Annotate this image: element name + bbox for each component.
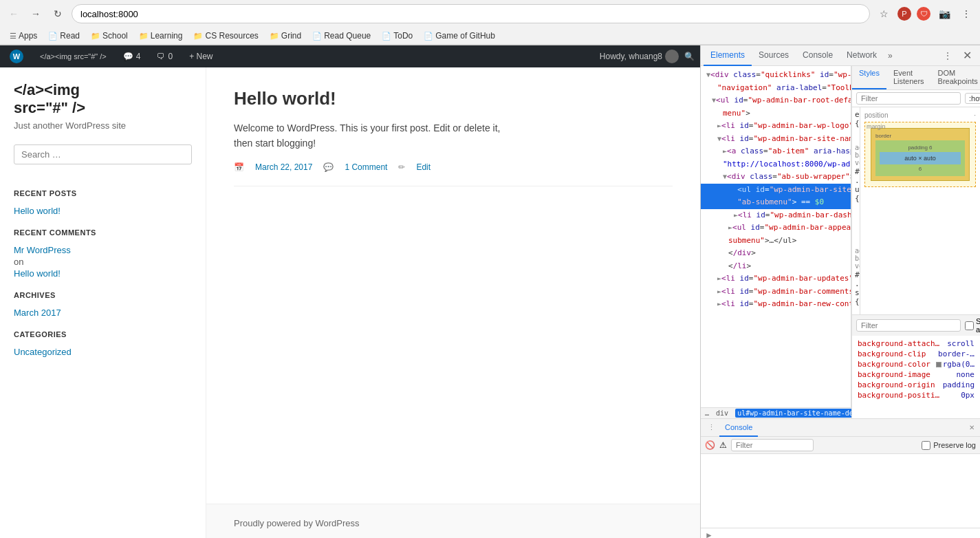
bookmark-apps[interactable]: ☰ Apps bbox=[6, 30, 41, 42]
comment-author-link[interactable]: Mr WordPress bbox=[14, 244, 192, 257]
styles-subtab-dom-breakpoints[interactable]: DOM Breakpoints bbox=[931, 66, 980, 89]
bookmark-game-of-github[interactable]: 📄 Game of GitHub bbox=[420, 30, 499, 42]
html-line[interactable]: ▼<li id="wp-admin-bar-site-name" class="… bbox=[701, 133, 851, 146]
category-uncategorized[interactable]: Uncategorized bbox=[14, 345, 192, 358]
devtools-console-tab[interactable]: Console bbox=[719, 419, 758, 437]
html-line-selected[interactable]: <ul id="wp-admin-bar-site-name-default" … bbox=[701, 184, 851, 197]
screenshot-button[interactable]: 📷 bbox=[936, 6, 952, 22]
html-line[interactable]: menu"> bbox=[701, 107, 851, 120]
bookmark-read-queue[interactable]: 📄 Read Queue bbox=[308, 30, 375, 42]
html-line[interactable]: submenu">…</ul> bbox=[701, 235, 851, 248]
howdy-item[interactable]: Howdy, whuang8 bbox=[600, 50, 679, 63]
html-line[interactable]: ▼<ul id="wp-admin-bar-root-default" clas… bbox=[701, 94, 851, 107]
devtools-bottom-dock-button[interactable]: ⋮ bbox=[704, 423, 719, 432]
bookmark-learning[interactable]: 📁 Learning bbox=[135, 30, 187, 42]
html-line[interactable]: ►<a class="ab-item" aria-haspopup="true"… bbox=[701, 145, 851, 158]
bookmark-star-button[interactable]: ☆ bbox=[875, 6, 892, 22]
wp-logo-item[interactable]: W bbox=[6, 45, 28, 67]
reload-button[interactable]: ↻ bbox=[50, 6, 66, 22]
position-label: position bbox=[864, 111, 888, 119]
user-avatar bbox=[665, 50, 679, 63]
admin-search-icon[interactable]: 🔍 bbox=[684, 52, 695, 61]
recent-post-hello-world[interactable]: Hello world! bbox=[14, 204, 192, 217]
devtools-tab-elements[interactable]: Elements bbox=[704, 45, 752, 66]
learning-folder-icon: 📁 bbox=[139, 32, 149, 41]
profile-button[interactable]: P bbox=[897, 7, 911, 21]
address-bar[interactable] bbox=[72, 4, 870, 23]
html-line[interactable]: "http://localhost:8000/wp-admin/">…</a> bbox=[701, 158, 851, 171]
post-content: Welcome to WordPress. This is your first… bbox=[234, 120, 673, 151]
back-button[interactable]: ← bbox=[6, 6, 22, 22]
hov-button[interactable]: :hov bbox=[965, 93, 980, 104]
console-input[interactable] bbox=[717, 530, 976, 538]
console-chevron-icon: ► bbox=[705, 530, 713, 538]
border-label: border bbox=[875, 133, 965, 139]
bookmark-grind[interactable]: 📁 Grind bbox=[265, 30, 305, 42]
html-line[interactable]: </li> bbox=[701, 260, 851, 273]
wp-admin-bar: W </a><img src="#" /> 💬 4 🗨 0 + New Howd… bbox=[0, 45, 700, 67]
game-of-github-icon: 📄 bbox=[424, 32, 433, 41]
devtools-close-bottom-button[interactable]: ✕ bbox=[966, 424, 977, 431]
breadcrumb-div[interactable]: div bbox=[716, 409, 728, 417]
bookmark-school-label: School bbox=[102, 31, 128, 41]
wp-new-item[interactable]: + New bbox=[185, 45, 217, 67]
bookmark-school[interactable]: 📁 School bbox=[87, 30, 132, 42]
devtools-more-tabs[interactable]: » bbox=[884, 51, 897, 61]
bookmark-todo[interactable]: 📄 ToDo bbox=[378, 30, 417, 42]
box-model-header: position · bbox=[864, 111, 976, 119]
bookmark-cs-resources[interactable]: 📁 CS Resources bbox=[189, 30, 262, 42]
wp-logo: W bbox=[10, 50, 23, 63]
console-filter-input[interactable] bbox=[731, 439, 814, 451]
howdy-text: Howdy, whuang8 bbox=[600, 52, 662, 61]
wp-comments-item[interactable]: 💬 4 bbox=[119, 45, 145, 67]
html-line[interactable]: ►<li id="wp-admin-bar-dashboard">…</li> bbox=[701, 209, 851, 222]
html-line[interactable]: "navigation" aria-label="Toolbar" tabind… bbox=[701, 82, 851, 95]
more-button[interactable]: ⋮ bbox=[958, 6, 974, 22]
box-model-border: border padding 6 auto × auto 6 bbox=[871, 128, 970, 181]
html-line[interactable]: ►<li id="wp-admin-bar-new-content" class… bbox=[701, 298, 851, 311]
html-line[interactable]: ►<li id="wp-admin-bar-wp-logo" class="me… bbox=[701, 120, 851, 133]
post-item: Hello world! Welcome to WordPress. This … bbox=[234, 88, 673, 186]
bookmark-read-queue-label: Read Queue bbox=[324, 31, 371, 41]
post-comments-link[interactable]: 1 Comment bbox=[345, 162, 387, 172]
devtools-tab-network[interactable]: Network bbox=[840, 45, 884, 66]
html-line[interactable]: ►<li id="wp-admin-bar-comments">…</li> bbox=[701, 286, 851, 299]
breadcrumb-selected[interactable]: ul#wp-admin-bar-site-name-default.ab-sub… bbox=[735, 409, 851, 418]
computed-prop-item: background-image none bbox=[855, 369, 977, 380]
wp-comment-count-item[interactable]: 🗨 0 bbox=[153, 45, 177, 67]
html-line-selected-2[interactable]: "ab-submenu"> == $0 bbox=[701, 196, 851, 209]
post-date-link[interactable]: March 22, 2017 bbox=[255, 162, 312, 172]
devtools-close-button[interactable]: ✕ bbox=[957, 49, 977, 62]
bookmark-game-of-github-label: Game of GitHub bbox=[435, 31, 495, 41]
wp-site-name-item[interactable]: </a><img src="#" /> bbox=[36, 45, 111, 67]
html-line[interactable]: ►<ul id="wp-admin-bar-appearance" class=… bbox=[701, 222, 851, 235]
console-filter-row: 🚫 ⚠ Preserve log bbox=[701, 437, 980, 454]
html-line[interactable]: ►<li id="wp-admin-bar-updates">…</li> bbox=[701, 272, 851, 286]
show-all-checkbox[interactable] bbox=[965, 321, 974, 330]
archive-march-2017[interactable]: March 2017 bbox=[14, 306, 192, 319]
devtools-menu-button[interactable]: ⋮ bbox=[938, 51, 957, 61]
styles-subtab-styles[interactable]: Styles bbox=[852, 66, 886, 89]
html-line[interactable]: ▼<div class="ab-sub-wrapper"> bbox=[701, 171, 851, 184]
styles-filter-input[interactable] bbox=[856, 92, 961, 105]
extension-button[interactable]: 🛡 bbox=[917, 7, 930, 21]
apps-icon: ☰ bbox=[10, 32, 17, 41]
box-model-margin: margin border padding 6 auto × auto 6 bbox=[864, 122, 976, 187]
post-edit-link[interactable]: Edit bbox=[416, 162, 431, 172]
post-title-link[interactable]: Hello world! bbox=[234, 88, 336, 109]
html-line[interactable]: </div> bbox=[701, 247, 851, 260]
bookmark-read[interactable]: 📄 Read bbox=[44, 30, 84, 42]
comment-post-link[interactable]: Hello world! bbox=[14, 267, 192, 280]
html-panel: ▼<div class="quicklinks" id="wp-toolbar"… bbox=[701, 66, 851, 407]
main-layout: W </a><img src="#" /> 💬 4 🗨 0 + New Howd… bbox=[0, 45, 980, 538]
forward-button[interactable]: → bbox=[28, 6, 44, 22]
search-input[interactable] bbox=[14, 144, 192, 164]
computed-filter-input[interactable] bbox=[856, 319, 961, 332]
console-content bbox=[701, 454, 980, 528]
devtools-tab-sources[interactable]: Sources bbox=[752, 45, 796, 66]
preserve-log-checkbox[interactable] bbox=[922, 441, 930, 450]
styles-subtab-event-listeners[interactable]: Event Listeners bbox=[886, 66, 931, 89]
html-line[interactable]: ▼<div class="quicklinks" id="wp-toolbar"… bbox=[701, 69, 851, 82]
breadcrumb-ellipsis[interactable]: … bbox=[705, 409, 709, 417]
devtools-tab-console[interactable]: Console bbox=[796, 45, 840, 66]
